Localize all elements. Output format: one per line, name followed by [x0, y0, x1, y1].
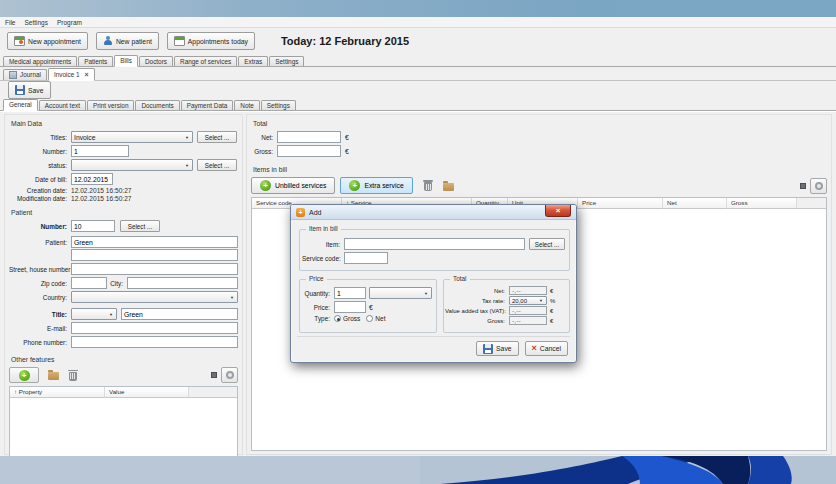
title-label: Title:: [9, 311, 71, 318]
calendar-icon: [174, 36, 185, 46]
tab-invoice-1[interactable]: Invoice 1 ×: [48, 68, 95, 81]
add-icon: +: [260, 180, 271, 191]
city-input[interactable]: [127, 277, 238, 289]
quantity-input[interactable]: [334, 287, 366, 299]
new-patient-button[interactable]: New patient: [96, 32, 159, 50]
tax-rate-combobox[interactable]: 20,00 ▼: [509, 296, 547, 305]
price-column-header[interactable]: Price: [578, 198, 663, 209]
edit-item-button[interactable]: [440, 178, 457, 194]
main-toolbar: New appointment New patient Appointments…: [0, 28, 836, 54]
close-tab-icon[interactable]: ×: [85, 72, 89, 77]
net-radio[interactable]: [366, 315, 373, 322]
tab-detail-settings[interactable]: Settings: [261, 100, 296, 110]
dialog-net-label: Net:: [445, 288, 509, 294]
status-select-button[interactable]: Select ...: [197, 159, 237, 171]
property-column-header[interactable]: ↑ Property: [10, 387, 105, 398]
menu-program[interactable]: Program: [57, 19, 82, 26]
total-net-input[interactable]: [277, 131, 341, 143]
title-name-input[interactable]: [121, 308, 238, 320]
delete-item-button[interactable]: [420, 178, 437, 194]
zip-input[interactable]: [71, 277, 107, 289]
tab-medical-appointments[interactable]: Medical appointments: [3, 56, 77, 66]
tab-journal[interactable]: Journal: [3, 69, 47, 80]
unit-combobox[interactable]: ▼: [369, 287, 432, 299]
chevron-down-icon: ▼: [182, 135, 192, 140]
tab-account-text[interactable]: Account text: [39, 100, 86, 110]
close-icon[interactable]: ×: [545, 205, 571, 217]
value-column-header[interactable]: Value: [105, 387, 189, 398]
patient-name-label: Patient:: [9, 239, 71, 246]
number-label: Number:: [9, 148, 71, 155]
status-label: status:: [9, 162, 71, 169]
patient-name-input[interactable]: [71, 236, 238, 248]
total-net-label: Net:: [251, 134, 277, 141]
street-input[interactable]: [71, 263, 238, 275]
dialog-total-group-title: Total: [450, 275, 470, 282]
country-label: Country:: [9, 294, 71, 301]
today-date-label: Today: 12 February 2015: [281, 35, 409, 47]
price-group: Price Quantity: ▼ Price: € Type: Gross N…: [299, 279, 437, 333]
patient-name2-input[interactable]: [71, 249, 238, 261]
bill-number-input[interactable]: [71, 145, 129, 157]
dialog-save-button[interactable]: Save: [476, 341, 519, 356]
creation-date-label: Creation date:: [9, 187, 71, 194]
edit-feature-button[interactable]: [45, 367, 62, 383]
tab-patients[interactable]: Patients: [78, 56, 113, 66]
net-column-header[interactable]: Net: [663, 198, 727, 209]
window-titlebar[interactable]: [0, 0, 836, 17]
dialog-separator: [297, 336, 570, 337]
gross-radio[interactable]: [334, 315, 341, 322]
country-combobox[interactable]: ▼: [71, 291, 238, 303]
tab-doctors[interactable]: Doctors: [139, 56, 173, 66]
add-icon: +: [349, 180, 360, 191]
appointments-today-button[interactable]: Appointments today: [167, 32, 255, 50]
dialog-cancel-button[interactable]: × Cancel: [525, 341, 568, 356]
tab-documents[interactable]: Documents: [135, 100, 179, 110]
add-dialog-titlebar[interactable]: + Add ×: [291, 205, 576, 220]
tab-settings[interactable]: Settings: [269, 56, 304, 66]
service-code-input[interactable]: [344, 252, 388, 264]
patient-select-button[interactable]: Select ...: [120, 220, 160, 232]
new-appointment-button[interactable]: New appointment: [7, 32, 88, 50]
add-feature-button[interactable]: +: [9, 367, 39, 383]
patient-number-input[interactable]: [71, 220, 115, 232]
extra-service-button[interactable]: + Extra service: [340, 177, 412, 194]
save-button[interactable]: Save: [8, 81, 51, 99]
item-input[interactable]: [344, 238, 525, 250]
dialog-net-field: [509, 286, 547, 295]
items-table-settings-button[interactable]: [810, 178, 827, 194]
modification-date-value: 12.02.2015 16:50:27: [71, 195, 132, 202]
folder-icon: [48, 372, 59, 380]
menu-file[interactable]: File: [5, 19, 15, 26]
pin-icon[interactable]: [800, 183, 806, 189]
titles-select-button[interactable]: Select ...: [197, 131, 237, 143]
menu-settings[interactable]: Settings: [24, 19, 48, 26]
title-combobox[interactable]: ▼: [71, 308, 117, 320]
delete-feature-button[interactable]: [64, 367, 81, 383]
euro-sign: €: [550, 288, 553, 294]
gross-column-header[interactable]: Gross: [727, 198, 797, 209]
status-combobox[interactable]: ▼: [71, 159, 193, 171]
tab-general[interactable]: General: [3, 99, 38, 111]
total-gross-input[interactable]: [277, 145, 341, 157]
feature-table-settings-button[interactable]: [221, 367, 238, 383]
date-of-bill-input[interactable]: [71, 173, 113, 185]
email-input[interactable]: [71, 322, 238, 334]
titles-combobox[interactable]: Invoice ▼: [71, 131, 193, 143]
tab-range-of-services[interactable]: Range of services: [174, 56, 237, 66]
unbilled-services-button[interactable]: + Unbilled services: [251, 177, 335, 194]
save-toolbar: Save: [0, 81, 836, 99]
pin-icon[interactable]: [211, 372, 217, 378]
tab-note[interactable]: Note: [234, 100, 260, 110]
tab-print-version[interactable]: Print version: [87, 100, 135, 110]
trash-icon: [69, 372, 77, 381]
total-gross-label: Gross:: [251, 148, 277, 155]
price-input[interactable]: [334, 301, 366, 313]
street-label: Street, house number:: [9, 266, 71, 273]
phone-input[interactable]: [71, 336, 238, 348]
tab-payment-data[interactable]: Payment Data: [181, 100, 234, 110]
add-dialog-icon: +: [296, 208, 305, 217]
item-select-button[interactable]: Select ...: [529, 238, 565, 250]
tab-bills[interactable]: Bills: [114, 55, 138, 67]
tab-extras[interactable]: Extras: [238, 56, 268, 66]
